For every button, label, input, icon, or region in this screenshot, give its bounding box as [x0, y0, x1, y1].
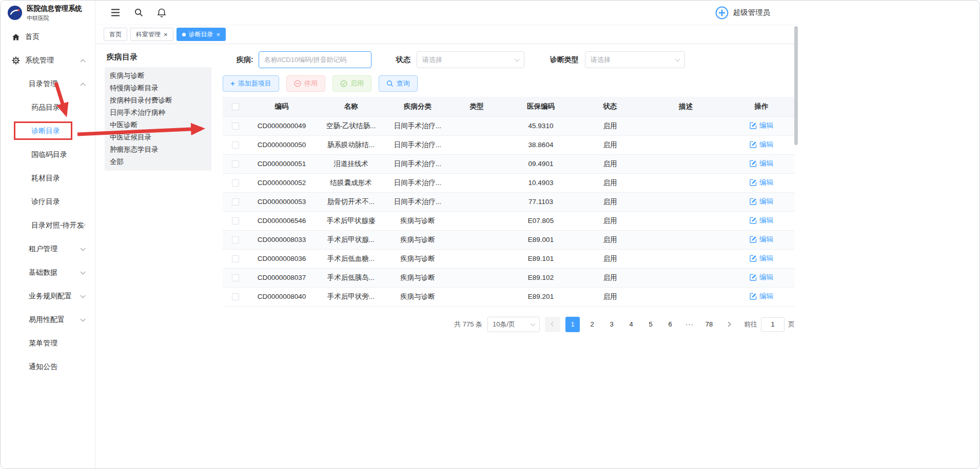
more-pages-ellipsis[interactable]: ··· [682, 317, 697, 332]
disease-search-input[interactable] [264, 56, 366, 64]
sidebar-item-catalog-management[interactable]: 目录管理 [1, 72, 95, 96]
close-icon[interactable]: × [217, 31, 221, 38]
sidebar-item-treatment-catalog[interactable]: 诊疗目录 [1, 190, 95, 214]
edit-button[interactable]: 编辑 [750, 254, 773, 263]
page-number-2[interactable]: 2 [585, 317, 599, 332]
vertical-scrollbar-thumb[interactable] [794, 26, 798, 145]
sidebar-item-notice[interactable]: 通知公告 [1, 355, 95, 379]
table-row[interactable]: CD0000000049 空肠-乙状结肠... 日间手术治疗... 45.931… [223, 116, 795, 135]
row-checkbox[interactable] [232, 293, 239, 300]
row-checkbox[interactable] [232, 141, 239, 149]
page-number-4[interactable]: 4 [624, 317, 638, 332]
sidebar-item-home[interactable]: 首页 [1, 25, 95, 49]
page-size-select[interactable]: 10条/页 [487, 317, 540, 332]
table-row[interactable]: CD0000000050 肠系膜动脉结... 日间手术治疗... 38.8604… [223, 135, 795, 154]
cell-description [643, 287, 728, 306]
sidebar-item-tenant-management[interactable]: 租户管理 [1, 237, 95, 261]
tab-diagnosis-catalog[interactable]: 诊断目录 × [177, 28, 226, 41]
type-select-placeholder: 请选择 [591, 55, 611, 65]
catalog-item[interactable]: 中医诊断 [105, 119, 211, 131]
row-checkbox[interactable] [232, 160, 239, 168]
search-icon[interactable] [134, 8, 143, 17]
page-number-5[interactable]: 5 [643, 317, 658, 332]
page-number-78[interactable]: 78 [702, 317, 716, 332]
cell-name: 手术后低胰岛... [315, 268, 387, 287]
row-checkbox[interactable] [232, 274, 239, 281]
enable-button[interactable]: 启用 [332, 75, 371, 92]
bell-icon[interactable] [158, 8, 166, 17]
query-button[interactable]: 查询 [379, 75, 418, 92]
sidebar-item-usability-config[interactable]: 易用性配置 [1, 308, 95, 332]
cell-description [643, 230, 728, 249]
page-number-1[interactable]: 1 [565, 317, 580, 332]
table-row[interactable]: CD0000008036 手术后低血糖... 疾病与诊断 E89.101 启用 … [223, 249, 795, 268]
sidebar-item-system-management[interactable]: 系统管理 [1, 49, 95, 72]
sidebar-item-business-rules[interactable]: 业务规则配置 [1, 284, 95, 308]
edit-button[interactable]: 编辑 [750, 197, 773, 206]
edit-button[interactable]: 编辑 [750, 159, 773, 168]
sidebar-item-menu-management[interactable]: 菜单管理 [1, 332, 95, 355]
tab-department-management[interactable]: 科室管理 × [130, 28, 173, 41]
edit-pencil-icon [750, 293, 757, 300]
catalog-item[interactable]: 按病种目录付费诊断 [105, 94, 211, 107]
edit-pencil-icon [750, 122, 757, 129]
sidebar-item-consumables-catalog[interactable]: 耗材目录 [1, 167, 95, 190]
edit-button[interactable]: 编辑 [750, 292, 773, 301]
edit-button[interactable]: 编辑 [750, 140, 773, 149]
row-checkbox[interactable] [232, 255, 239, 262]
sidebar-item-diagnosis-catalog[interactable]: 诊断目录 [1, 119, 95, 143]
table-row[interactable]: CD0000008033 手术后甲状腺... 疾病与诊断 E89.001 启用 … [223, 230, 795, 249]
prev-page-button[interactable] [545, 317, 560, 332]
column-header-code: 编码 [248, 97, 315, 116]
table-row[interactable]: CD0000000053 肋骨切开术不... 日间手术治疗... 77.1103… [223, 192, 795, 211]
column-header-actions: 操作 [728, 97, 795, 116]
edit-button[interactable]: 编辑 [750, 235, 773, 244]
tab-home[interactable]: 首页 [104, 28, 127, 41]
catalog-item[interactable]: 日间手术治疗病种 [105, 107, 211, 119]
sidebar: 医院信息管理系统 中联医院 首页 系统管理 目录管理 药品目录 [1, 1, 95, 468]
user-area[interactable]: 超级管理员 [715, 6, 771, 19]
row-checkbox[interactable] [232, 236, 239, 243]
edit-label: 编辑 [759, 235, 773, 244]
sidebar-item-national-code-catalog[interactable]: 国临码目录 [1, 143, 95, 167]
page-number-3[interactable]: 3 [604, 317, 619, 332]
sidebar-item-basic-data[interactable]: 基础数据 [1, 261, 95, 284]
close-icon[interactable]: × [164, 31, 168, 38]
edit-label: 编辑 [759, 178, 773, 187]
catalog-item[interactable]: 特慢病诊断目录 [105, 82, 211, 94]
catalog-item[interactable]: 疾病与诊断 [105, 70, 211, 82]
select-all-checkbox[interactable] [232, 103, 239, 110]
edit-button[interactable]: 编辑 [750, 178, 773, 187]
chevron-down-icon [514, 56, 519, 62]
edit-button[interactable]: 编辑 [750, 121, 773, 130]
hamburger-menu-icon[interactable] [111, 9, 120, 16]
next-page-button[interactable] [721, 317, 737, 332]
sidebar-item-drug-catalog[interactable]: 药品目录 [1, 96, 95, 119]
edit-button[interactable]: 编辑 [750, 273, 773, 282]
table-row[interactable]: CD0000008037 手术后低胰岛... 疾病与诊断 E89.102 启用 … [223, 268, 795, 287]
cell-description [643, 192, 728, 211]
table-row[interactable]: CD0000008040 手术后甲状旁... 疾病与诊断 E89.201 启用 … [223, 287, 795, 306]
table-row[interactable]: CD0000000052 结膜囊成形术 日间手术治疗... 10.4903 启用… [223, 173, 795, 192]
table-row[interactable]: CD0000000051 泪道挂线术 日间手术治疗... 09.4901 启用 … [223, 154, 795, 173]
sidebar-item-catalog-comparison[interactable]: 目录对照-待开发 [1, 214, 95, 237]
goto-page-input[interactable] [761, 317, 785, 332]
add-item-button[interactable]: + 添加新项目 [223, 75, 279, 92]
toolbar: + 添加新项目 停用 启用 查询 [223, 75, 795, 92]
catalog-item[interactable]: 中医证候目录 [105, 131, 211, 144]
cell-status: 启用 [577, 135, 643, 154]
edit-button[interactable]: 编辑 [750, 216, 773, 225]
tab-bar: 首页 科室管理 × 诊断目录 × [95, 25, 799, 44]
row-checkbox[interactable] [232, 123, 239, 130]
edit-label: 编辑 [759, 273, 773, 282]
diagnosis-type-select[interactable]: 请选择 [585, 51, 685, 68]
row-checkbox[interactable] [232, 179, 239, 187]
catalog-item[interactable]: 肿瘤形态学目录 [105, 144, 211, 156]
disable-button[interactable]: 停用 [286, 75, 325, 92]
row-checkbox[interactable] [232, 217, 239, 225]
row-checkbox[interactable] [232, 198, 239, 206]
page-number-6[interactable]: 6 [663, 317, 677, 332]
catalog-item[interactable]: 全部 [105, 156, 211, 168]
status-select[interactable]: 请选择 [417, 51, 524, 68]
table-row[interactable]: CD0000006546 手术后甲状腺瘘 疾病与诊断 E07.805 启用 编辑 [223, 211, 795, 230]
